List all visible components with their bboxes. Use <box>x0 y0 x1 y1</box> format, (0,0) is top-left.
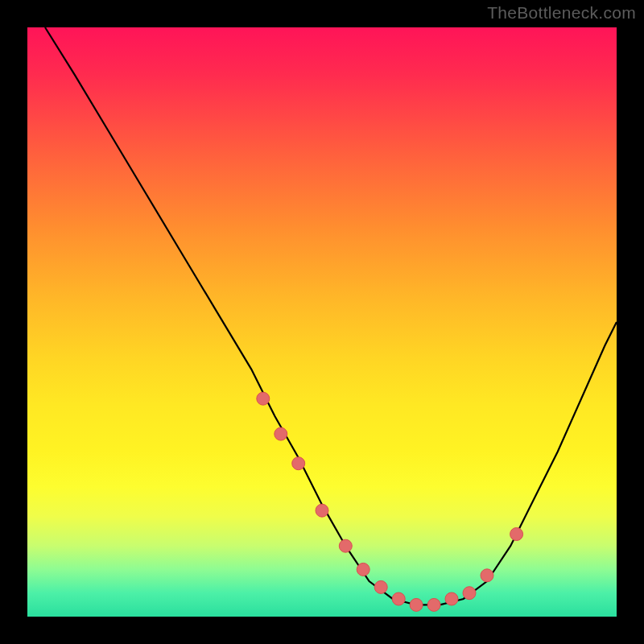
curve-marker <box>257 392 270 405</box>
curve-marker <box>510 528 523 541</box>
attribution-label: TheBottleneck.com <box>487 3 636 23</box>
curve-marker <box>392 592 405 605</box>
curve-marker <box>445 592 458 605</box>
curve-marker <box>357 563 369 576</box>
curve-marker <box>481 569 493 582</box>
chart-frame: TheBottleneck.com <box>0 0 644 644</box>
plot-area <box>27 27 617 617</box>
curve-marker <box>275 427 287 440</box>
curve-marker <box>463 587 476 600</box>
curve-marker <box>316 504 328 517</box>
curve-marker <box>427 598 440 611</box>
curve-marker <box>374 580 387 593</box>
curve-marker <box>339 539 352 552</box>
marker-group <box>257 392 523 611</box>
bottleneck-curve <box>27 27 617 617</box>
curve-marker <box>410 598 423 611</box>
curve-path <box>45 27 617 605</box>
curve-marker <box>292 457 305 470</box>
